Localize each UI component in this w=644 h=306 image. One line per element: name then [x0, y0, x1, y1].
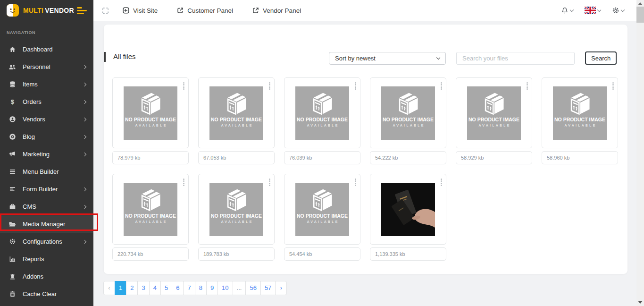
file-size: 78.979 kb	[112, 151, 189, 164]
kebab-menu-icon[interactable]	[268, 80, 272, 92]
file-thumbnail: NO PRODUCT IMAGE AVAILABLE	[284, 77, 360, 148]
kebab-menu-icon[interactable]	[353, 80, 358, 92]
brand-name: MULTIVENDOR	[23, 7, 74, 14]
file-size: 54.222 kb	[370, 151, 446, 164]
chevron-right-icon	[83, 204, 86, 208]
file-card[interactable]: NO PRODUCT IMAGE AVAILABLE 220.734 kb	[112, 174, 189, 261]
visit-site-link[interactable]: Visit Site	[122, 7, 158, 14]
kebab-menu-icon[interactable]	[182, 177, 186, 188]
scrollbar-thumb[interactable]	[636, 7, 644, 23]
pagination-prev[interactable]: ‹	[103, 281, 115, 295]
sidebar-item-media-manager[interactable]: Media Manager	[0, 215, 93, 233]
chevron-right-icon	[83, 152, 86, 156]
search-input[interactable]	[456, 52, 575, 65]
customer-panel-link[interactable]: Customer Panel	[176, 7, 233, 14]
no-product-image-placeholder: NO PRODUCT IMAGE AVAILABLE	[209, 86, 263, 140]
form-lines-icon	[8, 186, 16, 193]
vendor-panel-link[interactable]: Vendor Panel	[252, 7, 301, 14]
files-grid: NO PRODUCT IMAGE AVAILABLE 78.979 kb NO …	[112, 77, 618, 261]
file-card[interactable]: 1,139.335 kb	[370, 174, 446, 261]
pagination-page-56[interactable]: 56	[245, 281, 260, 295]
users-icon	[8, 63, 16, 71]
pagination-page-57[interactable]: 57	[260, 281, 276, 295]
sidebar-item-blog[interactable]: Blog	[0, 128, 93, 145]
sidebar-item-cache-clear[interactable]: Cache Clear	[0, 285, 93, 303]
package-icon	[137, 188, 164, 212]
no-product-image-placeholder: NO PRODUCT IMAGE AVAILABLE	[467, 86, 521, 140]
file-thumbnail: NO PRODUCT IMAGE AVAILABLE	[112, 77, 189, 148]
file-card[interactable]: NO PRODUCT IMAGE AVAILABLE 67.053 kb	[198, 77, 275, 164]
external-link-icon	[176, 7, 184, 14]
package-icon	[480, 92, 508, 116]
sidebar-toggle-icon[interactable]	[77, 6, 87, 16]
menu-lines-icon	[8, 168, 16, 176]
file-card[interactable]: NO PRODUCT IMAGE AVAILABLE 58.929 kb	[456, 77, 532, 164]
pagination-page-3[interactable]: 3	[137, 281, 149, 295]
sidebar-item-form-builder[interactable]: Form Builder	[0, 180, 93, 198]
sidebar-item-items[interactable]: Items	[0, 76, 93, 93]
settings-dropdown[interactable]	[612, 7, 624, 14]
search-button[interactable]: Search	[585, 51, 617, 65]
sidebar-item-configurations[interactable]: Configurations	[0, 233, 93, 250]
sidebar-item-marketing[interactable]: Marketing	[0, 145, 93, 163]
file-thumbnail: NO PRODUCT IMAGE AVAILABLE	[112, 174, 189, 245]
nav-section-label: NAVIGATION	[7, 30, 35, 35]
chevron-right-icon	[83, 82, 86, 86]
kebab-menu-icon[interactable]	[268, 177, 272, 188]
pagination-page-2[interactable]: 2	[126, 281, 138, 295]
page-title: All files	[113, 52, 136, 60]
kebab-menu-icon[interactable]	[439, 80, 443, 92]
kebab-menu-icon[interactable]	[353, 177, 358, 188]
file-size: 220.734 kb	[112, 247, 189, 261]
pagination-page-6[interactable]: 6	[172, 281, 184, 295]
file-size: 58.929 kb	[456, 151, 532, 164]
sidebar-item-personnel[interactable]: Personnel	[0, 58, 93, 76]
kebab-menu-icon[interactable]	[439, 177, 443, 188]
pagination-next[interactable]: ›	[275, 281, 287, 295]
package-icon	[223, 92, 250, 116]
sidebar-item-vendors[interactable]: Vendors	[0, 110, 93, 128]
sidebar-item-reports[interactable]: Reports	[0, 250, 93, 268]
file-card[interactable]: NO PRODUCT IMAGE AVAILABLE 58.960 kb	[542, 77, 618, 164]
pagination-page-7[interactable]: 7	[183, 281, 195, 295]
kebab-menu-icon[interactable]	[182, 80, 186, 92]
brand-logo[interactable]: MULTIVENDOR	[0, 0, 93, 21]
chevron-right-icon	[83, 100, 86, 103]
file-thumbnail: NO PRODUCT IMAGE AVAILABLE	[542, 77, 618, 148]
file-card[interactable]: NO PRODUCT IMAGE AVAILABLE 78.979 kb	[112, 77, 189, 164]
file-size: 1,139.335 kb	[370, 247, 446, 261]
scroll-up-arrow-icon[interactable]	[638, 2, 643, 5]
language-dropdown[interactable]	[585, 7, 601, 14]
pagination-page-1[interactable]: 1	[115, 281, 126, 295]
file-card[interactable]: NO PRODUCT IMAGE AVAILABLE 76.039 kb	[284, 77, 360, 164]
sidebar-item-orders[interactable]: $ Orders	[0, 93, 93, 110]
fullscreen-icon[interactable]	[102, 7, 109, 14]
kebab-menu-icon[interactable]	[611, 80, 615, 92]
sidebar-item-cms[interactable]: CMS	[0, 198, 93, 215]
file-card[interactable]: NO PRODUCT IMAGE AVAILABLE 54.454 kb	[284, 174, 360, 261]
file-size: 58.960 kb	[542, 151, 618, 164]
kebab-menu-icon[interactable]	[525, 80, 529, 92]
folder-icon	[8, 221, 16, 228]
pagination-page-5[interactable]: 5	[160, 281, 172, 295]
home-icon	[8, 46, 16, 53]
pagination-page-4[interactable]: 4	[149, 281, 161, 295]
sort-dropdown[interactable]: Sort by newest	[329, 52, 446, 65]
scroll-down-arrow-icon[interactable]	[638, 301, 643, 304]
sidebar-item-addons[interactable]: Addons	[0, 268, 93, 285]
file-card[interactable]: NO PRODUCT IMAGE AVAILABLE 54.222 kb	[370, 77, 446, 164]
file-card[interactable]: NO PRODUCT IMAGE AVAILABLE 189.783 kb	[198, 174, 275, 261]
package-icon	[566, 92, 594, 116]
pagination-page-10[interactable]: 10	[217, 281, 233, 295]
pagination-page-8[interactable]: 8	[195, 281, 207, 295]
no-product-image-placeholder: NO PRODUCT IMAGE AVAILABLE	[124, 183, 177, 236]
notifications-dropdown[interactable]	[561, 7, 573, 14]
package-icon	[394, 92, 422, 116]
package-icon	[137, 92, 164, 116]
sidebar-item-dashboard[interactable]: Dashboard	[0, 41, 93, 58]
pagination-ellipsis: ...	[233, 281, 246, 295]
topbar: Visit Site Customer Panel Vendor Panel	[93, 0, 636, 21]
sidebar-item-menu-builder[interactable]: Menu Builder	[0, 163, 93, 180]
pagination-page-9[interactable]: 9	[206, 281, 218, 295]
bell-icon	[561, 7, 569, 14]
